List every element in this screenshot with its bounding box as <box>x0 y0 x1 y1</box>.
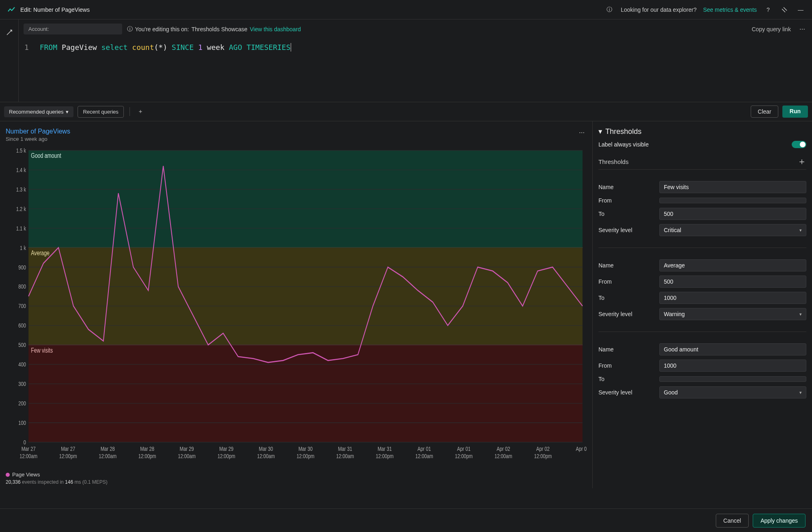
svg-text:12:00pm: 12:00pm <box>376 453 394 460</box>
field-label: Name <box>598 184 659 190</box>
svg-text:Apr 02: Apr 02 <box>497 445 510 452</box>
svg-text:Mar 28: Mar 28 <box>140 445 154 452</box>
threshold-name-input[interactable]: Few visits <box>659 181 806 193</box>
threshold-severity-select[interactable]: Warning▾ <box>659 308 806 320</box>
svg-text:Mar 27: Mar 27 <box>22 445 36 452</box>
svg-text:1.3 k: 1.3 k <box>16 186 26 193</box>
svg-text:700: 700 <box>18 303 26 310</box>
svg-text:100: 100 <box>18 420 26 426</box>
inspect-status: 20,336 events inspected in 146 ms (0.1 M… <box>6 479 587 485</box>
svg-text:12:00am: 12:00am <box>257 453 275 460</box>
svg-text:400: 400 <box>18 361 26 368</box>
svg-text:12:00am: 12:00am <box>99 453 117 460</box>
svg-text:Mar 30: Mar 30 <box>298 445 313 452</box>
threshold-to-input[interactable] <box>659 376 806 382</box>
chevron-down-icon: ▾ <box>799 312 802 317</box>
topbar: Edit: Number of PageViews ⓘ Looking for … <box>0 0 812 19</box>
svg-rect-0 <box>28 151 583 248</box>
field-label: From <box>598 197 659 204</box>
chevron-down-icon: ▾ <box>799 390 802 395</box>
chevron-down-icon: ▾ <box>799 228 802 233</box>
threshold-from-input[interactable]: 500 <box>659 276 806 288</box>
info-icon: ⓘ <box>127 26 133 33</box>
page-title: Edit: Number of PageViews <box>20 6 90 13</box>
account-selector[interactable]: Account: <box>24 24 122 34</box>
more-icon[interactable]: ⋯ <box>797 24 807 34</box>
field-label: To <box>598 376 659 382</box>
svg-text:12:00am: 12:00am <box>178 453 196 460</box>
svg-text:Mar 31: Mar 31 <box>378 445 392 452</box>
svg-text:12:00pm: 12:00pm <box>59 453 77 460</box>
svg-text:Few visits: Few visits <box>31 347 53 354</box>
threshold-block: NameGood amountFrom1000ToSeverity levelG… <box>598 332 806 410</box>
svg-text:12:00pm: 12:00pm <box>218 453 235 460</box>
chart-more-icon[interactable]: ⋯ <box>577 128 587 138</box>
threshold-severity-select[interactable]: Good▾ <box>659 386 806 398</box>
svg-text:1.5 k: 1.5 k <box>16 147 26 154</box>
copy-query-link[interactable]: Copy query link <box>752 26 791 32</box>
query-area: Account: ⓘ You're editing this on: Thres… <box>0 19 812 102</box>
explorer-link[interactable]: See metrics & events <box>703 6 757 13</box>
chevron-down-icon[interactable]: ▾ <box>598 127 602 136</box>
svg-text:12:00pm: 12:00pm <box>534 453 552 460</box>
threshold-to-input[interactable]: 500 <box>659 208 806 220</box>
threshold-name-input[interactable]: Average <box>659 259 806 271</box>
threshold-block: NameAverageFrom500To1000Severity levelWa… <box>598 248 806 332</box>
threshold-from-input[interactable]: 1000 <box>659 360 806 372</box>
threshold-name-input[interactable]: Good amount <box>659 343 806 355</box>
field-label: Severity level <box>598 311 659 317</box>
field-label: To <box>598 211 659 217</box>
add-threshold-icon[interactable]: ＋ <box>797 155 806 168</box>
account-label: Account: <box>28 26 49 32</box>
svg-text:200: 200 <box>18 400 26 407</box>
thresholds-panel: ▾ Thresholds Label always visible Thresh… <box>593 121 812 488</box>
collapse-icon[interactable] <box>780 5 789 15</box>
run-button[interactable]: Run <box>782 106 808 118</box>
svg-text:0: 0 <box>24 439 26 446</box>
add-icon[interactable]: ＋ <box>136 107 145 116</box>
svg-text:Mar 28: Mar 28 <box>101 445 115 452</box>
svg-text:Mar 30: Mar 30 <box>259 445 273 452</box>
svg-text:600: 600 <box>18 322 26 329</box>
recommended-queries-dropdown[interactable]: Recommended queries ▾ <box>4 106 73 117</box>
chart-title: Number of PageViews <box>6 128 70 135</box>
svg-rect-2 <box>28 345 583 442</box>
svg-text:12:00am: 12:00am <box>415 453 433 460</box>
threshold-to-input[interactable]: 1000 <box>659 292 806 304</box>
svg-text:Average: Average <box>31 249 50 256</box>
thresholds-subheader: Thresholds <box>598 158 628 165</box>
field-label: Name <box>598 262 659 269</box>
label-visible-toggle[interactable] <box>792 141 806 148</box>
magic-icon[interactable] <box>4 28 14 37</box>
panel-header: Thresholds <box>605 127 641 136</box>
bottombar: Cancel Apply changes <box>0 508 812 532</box>
svg-text:1.2 k: 1.2 k <box>16 205 26 212</box>
threshold-block: NameFew visitsFromTo500Severity levelCri… <box>598 169 806 248</box>
field-label: To <box>598 295 659 301</box>
explorer-prompt: Looking for our data explorer? <box>621 6 697 13</box>
recent-queries-button[interactable]: Recent queries <box>78 106 123 118</box>
chart-canvas: 01002003004005006007008009001 k1.1 k1.2 … <box>6 146 587 469</box>
help-icon[interactable]: ? <box>763 5 773 15</box>
svg-text:Mar 31: Mar 31 <box>338 445 352 452</box>
svg-text:1.4 k: 1.4 k <box>16 166 26 173</box>
svg-text:800: 800 <box>18 283 26 290</box>
threshold-severity-select[interactable]: Critical▾ <box>659 224 806 236</box>
svg-text:500: 500 <box>18 342 26 349</box>
svg-text:12:00pm: 12:00pm <box>297 453 315 460</box>
svg-text:300: 300 <box>18 381 26 388</box>
threshold-from-input[interactable] <box>659 198 806 203</box>
query-editor[interactable]: 1 FROM PageView select count(*) SINCE 1 … <box>19 39 812 102</box>
svg-text:Mar 29: Mar 29 <box>219 445 233 452</box>
legend: Page Views <box>6 472 587 478</box>
minimize-icon[interactable]: — <box>796 5 806 15</box>
clear-button[interactable]: Clear <box>751 106 778 118</box>
svg-text:12:00pm: 12:00pm <box>138 453 156 460</box>
chart-subtitle: Since 1 week ago <box>6 136 70 142</box>
apply-changes-button[interactable]: Apply changes <box>753 514 806 528</box>
view-dashboard-link[interactable]: View this dashboard <box>250 26 301 32</box>
field-label: Severity level <box>598 227 659 233</box>
editing-context-prefix: You're editing this on: <box>135 26 189 32</box>
cancel-button[interactable]: Cancel <box>716 514 749 528</box>
svg-text:12:00am: 12:00am <box>495 453 512 460</box>
